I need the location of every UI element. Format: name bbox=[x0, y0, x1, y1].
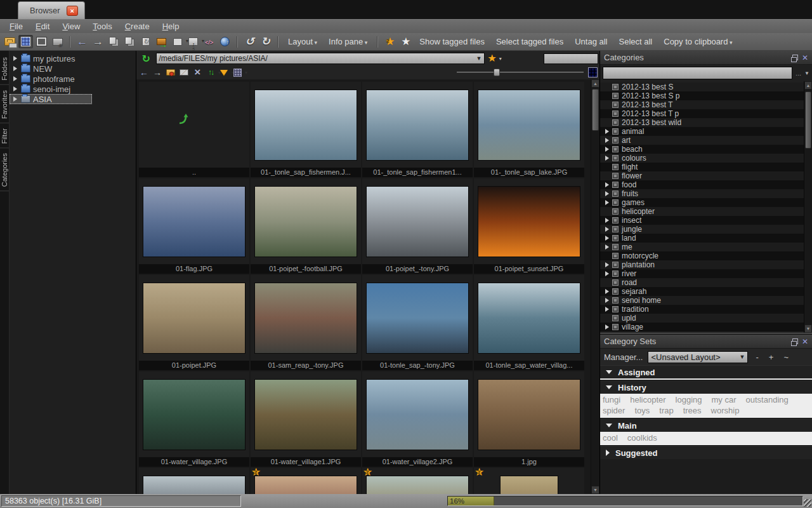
category-checkbox[interactable] bbox=[612, 84, 619, 90]
toolbar-icon[interactable] bbox=[154, 35, 169, 48]
manager-button[interactable]: Manager... bbox=[604, 352, 643, 362]
tag-item[interactable]: worship bbox=[711, 405, 740, 416]
toolbar-action-button[interactable]: Untag all bbox=[570, 36, 612, 48]
file-item[interactable]: ★2 01-poipet.JPG bbox=[139, 275, 249, 370]
file-item[interactable]: ★2 01-water_village1.JPG bbox=[251, 371, 361, 467]
toolbar-icon[interactable] bbox=[34, 35, 49, 48]
category-item[interactable]: art bbox=[600, 136, 804, 145]
side-tab[interactable]: Filter bbox=[0, 124, 9, 148]
side-tab[interactable]: Folders bbox=[0, 53, 9, 85]
layout-select[interactable]: <Unsaved Layout> ▼ bbox=[648, 351, 748, 363]
file-item[interactable]: ★2 01-poipet_-football.JPG bbox=[251, 178, 361, 274]
tag-item[interactable]: cool bbox=[603, 432, 618, 443]
category-checkbox[interactable] bbox=[612, 217, 619, 224]
browser-toolbar-icon[interactable] bbox=[151, 67, 164, 78]
browser-tab[interactable]: Browser × bbox=[18, 1, 85, 19]
toolbar-icon[interactable] bbox=[242, 35, 257, 48]
tag-item[interactable]: toys bbox=[634, 405, 650, 416]
toolbar-icon[interactable] bbox=[107, 35, 121, 48]
expander-icon[interactable] bbox=[605, 191, 609, 196]
expander-icon[interactable] bbox=[605, 182, 609, 187]
toolbar-icon[interactable] bbox=[218, 35, 232, 48]
browser-toolbar-icon[interactable] bbox=[204, 67, 217, 78]
browser-toolbar-icon[interactable] bbox=[231, 67, 244, 78]
expander-icon[interactable] bbox=[605, 262, 609, 267]
expander-icon[interactable] bbox=[13, 97, 17, 102]
category-checkbox[interactable] bbox=[612, 128, 619, 135]
category-checkbox[interactable] bbox=[612, 279, 619, 286]
thumbnail-size-slider[interactable] bbox=[457, 68, 584, 77]
expander-icon[interactable] bbox=[605, 156, 609, 161]
chevron-down-icon[interactable]: ▼ bbox=[740, 354, 745, 360]
toolbar-icon[interactable] bbox=[18, 35, 33, 48]
file-item[interactable]: ★2 1.jpg bbox=[474, 371, 584, 467]
path-combobox[interactable]: /media/FILES/my pictures/ASIA/ ▼ bbox=[156, 53, 485, 64]
category-checkbox[interactable] bbox=[612, 297, 619, 304]
file-item[interactable]: ★2 01-_tonle_sap_fishermen.J... bbox=[251, 82, 361, 177]
tag-item[interactable]: helicopter bbox=[630, 394, 665, 405]
resize-grip[interactable] bbox=[804, 499, 811, 507]
tag-item[interactable]: fungi bbox=[603, 394, 620, 405]
category-item[interactable]: food bbox=[600, 180, 804, 189]
toolbar-icon[interactable] bbox=[170, 35, 185, 48]
category-item[interactable]: sejarah bbox=[600, 287, 804, 296]
category-item[interactable]: upld bbox=[600, 314, 804, 323]
main-section-header[interactable]: Main bbox=[600, 418, 812, 432]
info-pane-menu-button[interactable]: Info pane bbox=[324, 36, 372, 48]
category-checkbox[interactable] bbox=[612, 235, 619, 241]
folder-tree-item[interactable]: senoi-imej bbox=[10, 84, 136, 94]
category-item[interactable]: senoi home bbox=[600, 296, 804, 305]
file-item[interactable]: ★2 01-poipet_-tony.JPG bbox=[362, 178, 473, 274]
expander-icon[interactable] bbox=[13, 56, 17, 61]
category-checkbox[interactable] bbox=[612, 324, 619, 330]
category-checkbox[interactable] bbox=[612, 182, 619, 188]
expander-icon[interactable] bbox=[605, 324, 609, 330]
file-item[interactable]: ★2 01-_tonle_sap_lake.JPG bbox=[474, 82, 584, 177]
untag-star-icon[interactable]: ★ bbox=[398, 35, 413, 48]
toolbar-icon[interactable] bbox=[258, 35, 273, 48]
favorites-star-icon[interactable]: ★ bbox=[487, 53, 496, 64]
categories-scrollbar[interactable]: ▲ ▼ bbox=[804, 81, 812, 333]
category-checkbox[interactable] bbox=[612, 253, 619, 259]
category-item[interactable]: 2012-13 best T bbox=[600, 100, 804, 109]
file-item[interactable]: ★2 .. bbox=[139, 82, 249, 177]
expander-icon[interactable] bbox=[605, 271, 609, 276]
expander-icon[interactable] bbox=[13, 76, 17, 81]
scroll-down-icon[interactable]: ▼ bbox=[804, 324, 812, 333]
tag-item[interactable]: coolkids bbox=[627, 432, 657, 443]
toolbar-icon[interactable] bbox=[122, 35, 137, 48]
side-tab[interactable]: Categories bbox=[0, 149, 9, 191]
assigned-section-header[interactable]: Assigned bbox=[600, 365, 812, 378]
menu-item[interactable]: File bbox=[4, 20, 29, 32]
expander-icon[interactable] bbox=[605, 147, 609, 152]
file-item[interactable]: ★2 bbox=[251, 468, 361, 494]
category-checkbox[interactable] bbox=[612, 306, 619, 312]
category-checkbox[interactable] bbox=[612, 164, 619, 170]
close-panel-icon[interactable]: ✕ bbox=[802, 54, 808, 62]
category-item[interactable]: flower bbox=[600, 171, 804, 180]
file-item[interactable]: ★2 bbox=[362, 468, 473, 494]
category-item[interactable]: colours bbox=[600, 154, 804, 163]
category-item[interactable]: me bbox=[600, 243, 804, 251]
folder-tree-item[interactable]: my pictures bbox=[10, 53, 136, 64]
category-checkbox[interactable] bbox=[612, 288, 619, 295]
chevron-down-icon[interactable]: ▾ bbox=[499, 56, 502, 62]
category-item[interactable]: games bbox=[600, 198, 804, 207]
slider-handle[interactable] bbox=[494, 69, 500, 76]
expander-icon[interactable] bbox=[605, 289, 609, 294]
scrollbar-track[interactable] bbox=[591, 88, 599, 486]
scrollbar-track[interactable] bbox=[804, 90, 812, 324]
file-item[interactable]: ★2 bbox=[474, 468, 584, 494]
category-item[interactable]: 2012-13 best T p bbox=[600, 109, 804, 118]
category-checkbox[interactable] bbox=[612, 208, 619, 215]
add-set-button[interactable]: + bbox=[766, 352, 776, 362]
browser-toolbar-icon[interactable] bbox=[164, 67, 177, 78]
category-checkbox[interactable] bbox=[612, 262, 619, 268]
menu-item[interactable]: View bbox=[56, 20, 86, 32]
category-item[interactable]: helicopter bbox=[600, 207, 804, 216]
grid-view-icon[interactable] bbox=[588, 67, 598, 77]
file-item[interactable]: ★2 bbox=[139, 468, 249, 494]
quick-filter-input[interactable] bbox=[544, 53, 598, 64]
category-checkbox[interactable] bbox=[612, 110, 619, 117]
toolbar-action-button[interactable]: Select all bbox=[614, 36, 658, 48]
